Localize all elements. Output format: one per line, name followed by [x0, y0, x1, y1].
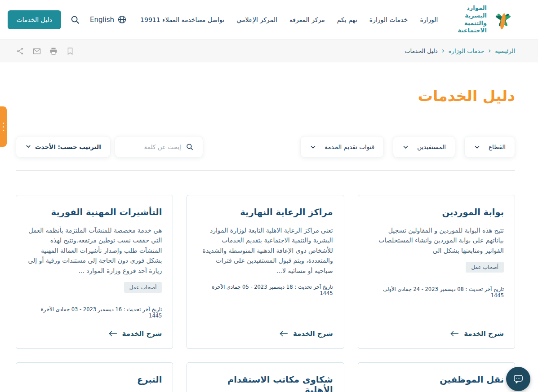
breadcrumb-item: دليل الخدمات: [405, 48, 438, 54]
arrow-left-icon: [279, 330, 288, 337]
services-guide-button[interactable]: دليل الخدمات: [8, 10, 61, 29]
service-card-description: هي خدمة مخصصة للمنشآت الملتزمة بأنظمه ال…: [27, 225, 162, 276]
service-card: التبرعانطلقت المنصة الوطنية للتبرعات "تب…: [16, 362, 173, 392]
feedback-side-tab[interactable]: [0, 106, 7, 147]
section-divider: [16, 170, 515, 171]
channels-filter-dropdown[interactable]: قنوات تقديم الخدمة: [300, 136, 384, 158]
ministry-palm-icon: [491, 8, 515, 32]
customer-service-number: خدمة العملاء 19911: [140, 16, 195, 23]
nav-item[interactable]: المركز الإعلامي: [236, 16, 277, 23]
breadcrumb-bar: الرئيسية‹خدمات الوزارة‹دليل الخدمات: [0, 39, 538, 62]
sort-dropdown[interactable]: الترتيب حسب: الأحدث: [16, 136, 111, 158]
last-updated-date: تاريخ آخر تحديث : 08 ديسمبر 2023 - 24 جم…: [369, 286, 504, 299]
service-card: مراكز الرعاية النهاريةتعنى مراكز الرعاية…: [187, 195, 344, 349]
breadcrumb-item[interactable]: خدمات الوزارة: [449, 48, 484, 54]
services-grid: بوابة الموردينتتيح هذه البوابة للموردين …: [16, 195, 515, 392]
audience-badge: أصحاب عمل: [124, 282, 162, 293]
chevron-down-icon: [310, 144, 316, 150]
service-card-description: تتيح هذه البوابة للموردين و المقاولين تس…: [369, 225, 504, 255]
last-updated-date: تاريخ آخر تحديث : 18 ديسمبر 2023 - 05 جم…: [198, 284, 333, 296]
chat-button[interactable]: [506, 367, 530, 391]
chevron-down-icon: [402, 144, 409, 150]
chevron-down-icon: [25, 143, 31, 151]
sector-filter-dropdown[interactable]: القطاع: [464, 136, 515, 158]
service-card-title: شكاوى مكاتب الاستقدام الأهلية: [198, 374, 333, 392]
page-actions: [16, 47, 75, 56]
arrow-left-icon: [450, 330, 459, 337]
filters-row: القطاع المستفيدين قنوات تقديم الخدمة: [16, 136, 515, 158]
breadcrumb: الرئيسية‹خدمات الوزارة‹دليل الخدمات: [405, 48, 515, 54]
service-card-title: نقل الموظفين: [440, 374, 504, 385]
site-header: الموارد البشرية والتنمية الاجتماعية الوز…: [0, 0, 538, 39]
keyword-search-box[interactable]: [115, 136, 203, 158]
breadcrumb-item[interactable]: الرئيسية: [495, 48, 515, 54]
beneficiaries-filter-dropdown[interactable]: المستفيدين: [393, 136, 455, 158]
arrow-left-icon: [108, 330, 117, 337]
main-nav: الوزارةخدمات الوزارةنهم بكممركز المعرفةا…: [196, 16, 438, 23]
main-content: دليل الخدمات القطاع المستفيدين قنوات تقد…: [0, 87, 538, 392]
ministry-logo[interactable]: الموارد البشرية والتنمية الاجتماعية: [458, 4, 515, 35]
print-icon[interactable]: [49, 47, 58, 56]
search-sort-group: الترتيب حسب: الأحدث: [16, 136, 203, 158]
search-icon: [186, 143, 194, 151]
breadcrumb-separator-icon: ‹: [442, 48, 445, 54]
mail-icon[interactable]: [32, 47, 41, 56]
chat-bubble-icon: [512, 373, 525, 385]
service-details-link[interactable]: شرح الخدمة: [108, 319, 162, 338]
share-icon[interactable]: [16, 47, 25, 56]
ministry-name: الموارد البشرية والتنمية الاجتماعية: [458, 4, 487, 35]
service-card: التأشيرات المهنية الفوريةهي خدمة مخصصة ل…: [16, 195, 173, 349]
service-card-title: التبرع: [137, 374, 162, 385]
service-card-title: مراكز الرعاية النهارية: [240, 207, 333, 217]
nav-item[interactable]: نهم بكم: [337, 16, 357, 23]
search-icon: [70, 15, 80, 25]
page-title: دليل الخدمات: [16, 87, 515, 105]
service-details-link[interactable]: شرح الخدمة: [450, 319, 504, 338]
service-details-link[interactable]: شرح الخدمة: [279, 319, 333, 338]
service-card: شكاوى مكاتب الاستقدام الأهليةخدمة تمكّن …: [187, 362, 344, 392]
service-card-title: التأشيرات المهنية الفورية: [51, 207, 162, 217]
header-search-button[interactable]: [70, 15, 80, 25]
service-card-title: بوابة الموردين: [442, 207, 504, 217]
audience-badge: أصحاب عمل: [466, 262, 504, 273]
keyword-search-input[interactable]: [124, 143, 181, 150]
nav-item[interactable]: الوزارة: [420, 16, 438, 23]
nav-item[interactable]: خدمات الوزارة: [369, 16, 408, 23]
chevron-down-icon: [474, 144, 480, 150]
service-card-description: تعنى مراكز الرعاية الاهلية التابعة لوزار…: [198, 225, 333, 276]
service-card: نقل الموظفينخدمة تمكّن المنشآت من تقديم …: [358, 362, 515, 392]
bookmark-icon[interactable]: [66, 47, 75, 56]
last-updated-date: تاريخ آخر تحديث : 16 ديسمبر 2023 - 03 جم…: [27, 306, 162, 319]
filter-dropdowns: القطاع المستفيدين قنوات تقديم الخدمة: [300, 136, 515, 158]
nav-item[interactable]: مركز المعرفة: [289, 16, 325, 23]
globe-icon: [117, 15, 127, 24]
language-switcher[interactable]: English: [90, 15, 127, 24]
service-card: بوابة الموردينتتيح هذه البوابة للموردين …: [358, 195, 515, 349]
breadcrumb-separator-icon: ‹: [488, 48, 491, 54]
nav-item[interactable]: تواصل معنا: [196, 16, 225, 23]
